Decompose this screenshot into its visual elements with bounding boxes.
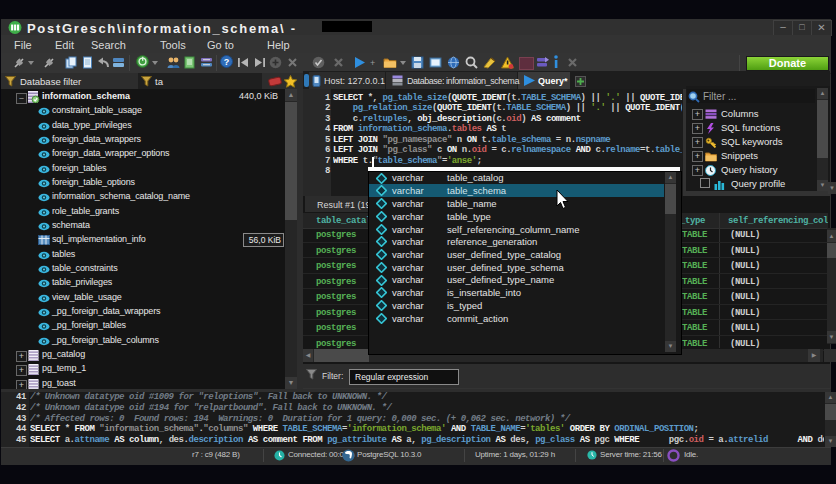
svg-text:?: ?	[224, 57, 230, 67]
